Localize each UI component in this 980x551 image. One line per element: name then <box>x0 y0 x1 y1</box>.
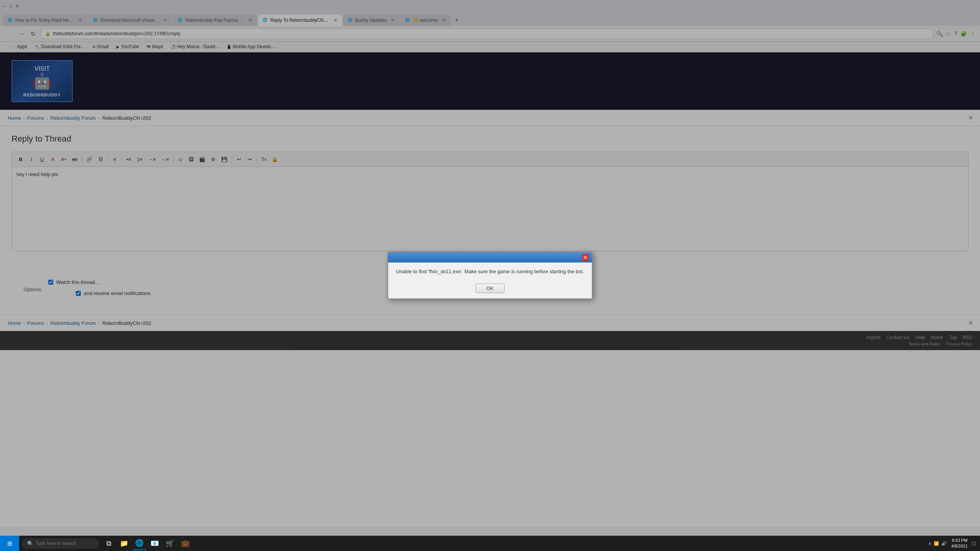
modal-body: Unable to find 'ffxiv_dx11.exe'. Make su… <box>388 262 591 280</box>
modal-dialog: ✕ Unable to find 'ffxiv_dx11.exe'. Make … <box>387 252 592 299</box>
modal-overlay: ✕ Unable to find 'ffxiv_dx11.exe'. Make … <box>0 0 980 527</box>
modal-close-button[interactable]: ✕ <box>582 254 589 261</box>
modal-titlebar: ✕ <box>388 253 591 262</box>
modal-ok-button[interactable]: OK <box>475 284 505 293</box>
modal-message: Unable to find 'ffxiv_dx11.exe'. Make su… <box>396 269 584 274</box>
modal-footer: OK <box>388 280 591 298</box>
